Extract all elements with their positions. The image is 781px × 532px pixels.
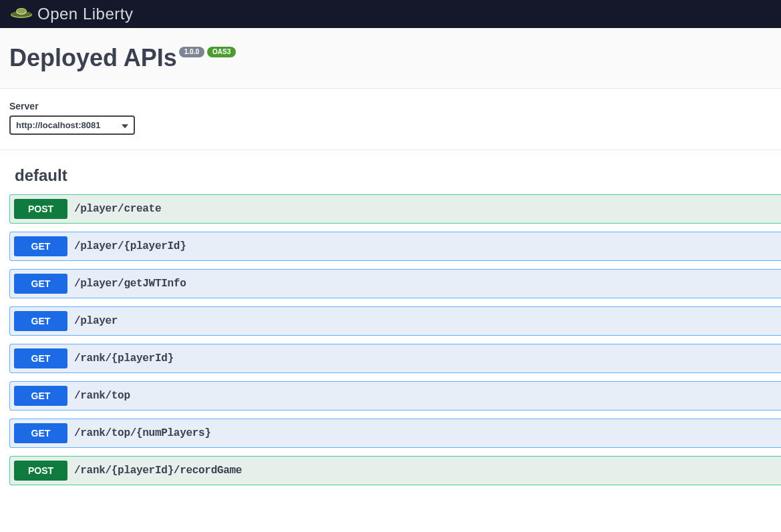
operation-row[interactable]: POST/rank/{playerId}/recordGame [9,456,781,485]
operation-path: /rank/top [74,390,130,402]
app-header: Open Liberty [0,0,781,28]
server-label: Server [9,101,772,111]
svg-point-3 [17,9,26,14]
oas-badge: OAS3 [207,47,236,57]
operation-row[interactable]: GET/rank/top/{numPlayers} [9,419,781,448]
version-badge: 1.0.0 [179,47,204,57]
title-section: Deployed APIs 1.0.0 OAS3 [0,28,781,89]
operation-row[interactable]: GET/rank/top [9,381,781,411]
brand-text: Open Liberty [37,5,133,23]
page-title: Deployed APIs 1.0.0 OAS3 [9,44,236,72]
operation-path: /player/{playerId} [74,240,186,252]
method-badge-post: POST [14,199,67,219]
ufo-icon [9,5,33,23]
tag-title[interactable]: default [9,150,781,194]
method-badge-get: GET [14,274,67,294]
operation-row[interactable]: GET/player/{playerId} [9,232,781,261]
operations-content: default POST/player/createGET/player/{pl… [0,150,781,507]
operation-path: /rank/{playerId} [74,352,174,364]
method-badge-get: GET [14,386,67,406]
operation-row[interactable]: POST/player/create [9,194,781,224]
operation-path: /player/create [74,203,161,215]
operation-row[interactable]: GET/player/getJWTInfo [9,269,781,298]
server-select[interactable]: http://localhost:8081 [9,115,135,135]
method-badge-get: GET [14,311,67,331]
operation-row[interactable]: GET/rank/{playerId} [9,344,781,373]
brand-logo[interactable]: Open Liberty [9,5,133,23]
page-title-text: Deployed APIs [9,44,177,72]
method-badge-post: POST [14,461,67,481]
operation-row[interactable]: GET/player [9,306,781,336]
operation-path: /rank/top/{numPlayers} [74,427,211,439]
operation-path: /rank/{playerId}/recordGame [74,465,242,477]
operation-path: /player [74,315,118,327]
method-badge-get: GET [14,423,67,443]
server-section: Server http://localhost:8081 [0,89,781,150]
method-badge-get: GET [14,348,67,368]
operation-path: /player/getJWTInfo [74,278,186,290]
method-badge-get: GET [14,236,67,256]
